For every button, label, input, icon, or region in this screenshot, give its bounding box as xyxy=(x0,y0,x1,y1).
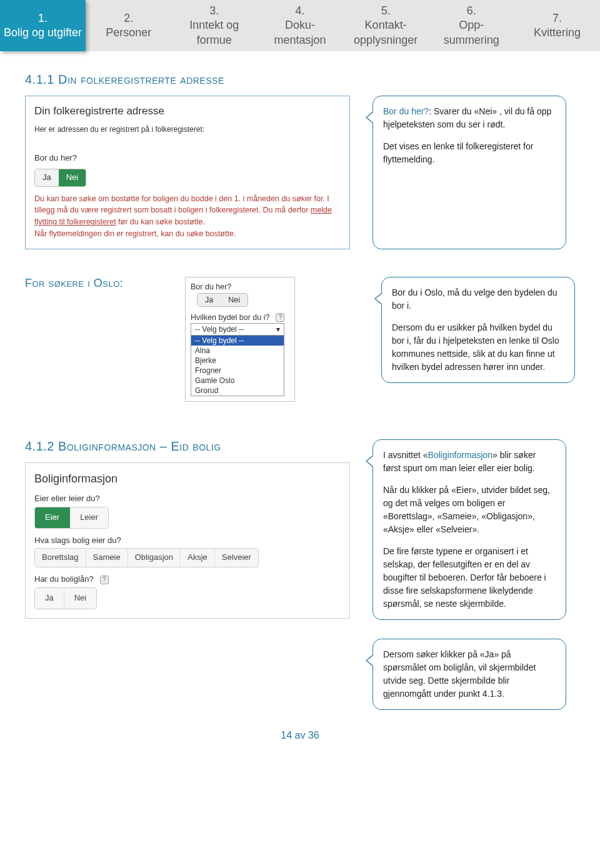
c-p4: Dersom søker klikker på «Ja» på spørsmål… xyxy=(383,648,556,701)
screenshot-bolig: Boliginformasjon Eier eller leier du? Ei… xyxy=(25,462,350,619)
oslo-p2: Dersom du er usikker på hvilken bydel du… xyxy=(392,321,564,374)
question-bor-du-her: Bor du her? xyxy=(34,152,341,164)
step-6[interactable]: 6. Opp- summering xyxy=(429,0,514,51)
toggle-eier-leier[interactable]: Eier Leier xyxy=(34,507,109,529)
step-7[interactable]: 7. Kvittering xyxy=(514,0,600,51)
c-a: I avsnittet « xyxy=(383,450,428,460)
c-p2: Når du klikker på «Eier», utvider bildet… xyxy=(383,484,556,536)
warn-a: Du kan bare søke om bostøtte for boligen… xyxy=(34,194,329,215)
step-label: Kontakt- opplysninger xyxy=(346,18,426,47)
step-num: 3. xyxy=(174,4,254,18)
btn-ja[interactable]: Ja xyxy=(35,588,64,609)
step-num: 5. xyxy=(346,4,426,18)
c-blue: Boliginformasjon xyxy=(428,450,493,460)
screenshot-folkereg: Din folkeregistrerte adresse Her er adre… xyxy=(25,96,350,249)
q-boligtype: Hva slags bolig eier du? xyxy=(34,535,341,547)
step-label: Personer xyxy=(88,26,169,40)
toggle-ja[interactable]: Ja xyxy=(35,169,59,186)
opt[interactable]: Gamle Oslo xyxy=(191,376,284,386)
btn-leier[interactable]: Leier xyxy=(70,507,108,528)
callout-412-b: Dersom søker klikker på «Ja» på spørsmål… xyxy=(372,639,566,710)
step-4[interactable]: 4. Doku- mentasjon xyxy=(257,0,342,51)
btn-nei[interactable]: Nei xyxy=(64,588,97,609)
chevron-down-icon: ▾ xyxy=(276,325,280,334)
screenshot-oslo: Bor du her? Ja Nei Hvilken bydel bor du … xyxy=(185,277,295,402)
toggle-bor-du-her[interactable]: Ja Nei xyxy=(34,169,86,187)
help-icon[interactable]: ? xyxy=(276,313,284,322)
step-bar: 1. Bolig og utgifter 2. Personer 3. Innt… xyxy=(0,0,600,51)
help-icon[interactable]: ? xyxy=(100,576,109,584)
q-eier-leier: Eier eller leier du? xyxy=(34,493,341,505)
q-boliglaan: Har du boliglån? xyxy=(34,574,94,586)
opt[interactable]: Grorud xyxy=(191,386,284,396)
opt-velg[interactable]: -- Velg bydel -- xyxy=(191,336,284,346)
oslo-heading: For søkere i Oslo: xyxy=(25,277,162,290)
page-number: 14 av 36 xyxy=(25,730,575,741)
step-num: 6. xyxy=(431,4,512,18)
step-5[interactable]: 5. Kontakt- opplysninger xyxy=(343,0,429,51)
step-label: Opp- summering xyxy=(431,18,512,47)
opt[interactable]: Bjerke xyxy=(191,356,284,366)
oslo-p1: Bor du i Oslo, må du velge den bydelen d… xyxy=(392,286,564,312)
opt[interactable]: Alna xyxy=(191,346,284,356)
select-label: -- Velg bydel -- xyxy=(195,325,244,334)
toggle-boligtype[interactable]: Borettslag Sameie Obligasjon Aksje Selve… xyxy=(34,548,259,567)
oslo-toggle[interactable]: Ja Nei xyxy=(197,293,248,307)
callout-411: Bor du her?: Svarer du «Nei» , vil du få… xyxy=(372,96,566,249)
step-num: 7. xyxy=(517,11,598,26)
toggle-nei[interactable]: Nei xyxy=(59,169,86,186)
step-num: 4. xyxy=(259,4,340,18)
oslo-ja[interactable]: Ja xyxy=(198,294,221,306)
select-bydel[interactable]: -- Velg bydel -- ▾ xyxy=(191,323,284,336)
step-1[interactable]: 1. Bolig og utgifter xyxy=(0,0,86,51)
warning-text: Du kan bare søke om bostøtte for boligen… xyxy=(34,193,341,240)
step-label: Kvittering xyxy=(517,26,598,40)
step-label: Doku- mentasjon xyxy=(259,18,340,47)
btn-eier[interactable]: Eier xyxy=(35,507,70,528)
callout-lead: Bor du her? xyxy=(383,106,429,116)
step-num: 1. xyxy=(2,11,83,26)
opt-aksje[interactable]: Aksje xyxy=(181,549,215,567)
opt-borettslag[interactable]: Borettslag xyxy=(35,549,86,567)
step-2[interactable]: 2. Personer xyxy=(86,0,171,51)
step-label: Bolig og utgifter xyxy=(2,26,83,40)
step-num: 2. xyxy=(88,11,169,26)
opt[interactable]: Frogner xyxy=(191,366,284,376)
oslo-q2: Hvilken bydel bor du i? xyxy=(191,313,269,322)
section-heading-411: 4.1.1 Din folkeregistrerte adresse xyxy=(25,72,575,87)
opt-selveier[interactable]: Selveier xyxy=(215,549,258,567)
shot-title: Din folkeregistrerte adresse xyxy=(34,104,341,119)
step-label: Inntekt og formue xyxy=(174,18,254,47)
callout-oslo: Bor du i Oslo, må du velge den bydelen d… xyxy=(381,277,575,383)
step-3[interactable]: 3. Inntekt og formue xyxy=(171,0,257,51)
oslo-nei[interactable]: Nei xyxy=(221,294,248,306)
callout-412-a: I avsnittet «Boliginformasjon» blir søke… xyxy=(372,439,566,620)
select-options: -- Velg bydel -- Alna Bjerke Frogner Gam… xyxy=(191,336,284,396)
c-p3: De fire første typene er organisert i et… xyxy=(383,545,556,611)
bolig-title: Boliginformasjon xyxy=(34,471,341,487)
toggle-boliglaan[interactable]: Ja Nei xyxy=(34,587,97,609)
callout-p2: Det vises en lenke til folkeregisteret f… xyxy=(383,140,556,166)
shot-subtitle: Her er adressen du er registrert på i fo… xyxy=(34,124,341,135)
oslo-q1: Bor du her? xyxy=(191,282,289,291)
opt-obligasjon[interactable]: Obligasjon xyxy=(128,549,181,567)
opt-sameie[interactable]: Sameie xyxy=(86,549,128,567)
section-heading-412: 4.1.2 Boliginformasjon – Eid bolig xyxy=(25,439,350,454)
